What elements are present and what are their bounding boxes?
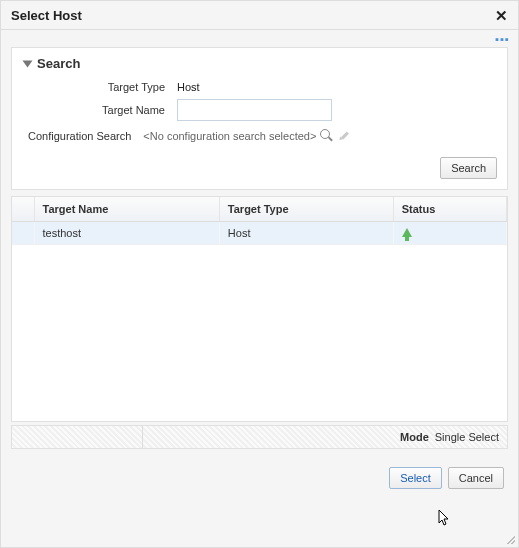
col-target-name[interactable]: Target Name xyxy=(34,197,219,222)
search-button[interactable]: Search xyxy=(440,157,497,179)
collapse-icon xyxy=(23,60,33,67)
col-status[interactable]: Status xyxy=(393,197,506,222)
dialog-titlebar: Select Host ✕ xyxy=(1,1,518,30)
col-target-type[interactable]: Target Type xyxy=(219,197,393,222)
resize-handle-icon[interactable] xyxy=(505,534,515,544)
dialog-title: Select Host xyxy=(11,8,82,23)
dialog-buttons: Select Cancel xyxy=(1,449,518,489)
select-host-dialog: Select Host ✕ ▪▪▪ Search Target Type Hos… xyxy=(0,0,519,548)
mode-bar: Mode Single Select xyxy=(11,425,508,449)
config-search-value: <No configuration search selected> xyxy=(143,130,316,142)
status-up-icon xyxy=(402,228,412,237)
config-search-label: Configuration Search xyxy=(28,130,131,142)
target-type-value: Host xyxy=(177,81,200,93)
close-icon[interactable]: ✕ xyxy=(495,8,508,23)
cell-target-name: testhost xyxy=(34,222,219,245)
target-name-label: Target Name xyxy=(22,104,177,116)
search-panel: Search Target Type Host Target Name Conf… xyxy=(11,47,508,190)
mouse-cursor-icon xyxy=(438,509,452,527)
results-table: Target Name Target Type Status testhost … xyxy=(11,196,508,422)
edit-icon[interactable] xyxy=(338,129,352,143)
target-name-input[interactable] xyxy=(177,99,332,121)
target-type-row: Target Type Host xyxy=(22,81,497,93)
search-title: Search xyxy=(37,56,80,71)
table-row[interactable]: testhost Host xyxy=(12,222,507,245)
cancel-button[interactable]: Cancel xyxy=(448,467,504,489)
table-header-row: Target Name Target Type Status xyxy=(12,197,507,222)
mode-value: Single Select xyxy=(435,431,499,443)
target-type-label: Target Type xyxy=(22,81,177,93)
row-selector-header xyxy=(12,197,34,222)
search-header[interactable]: Search xyxy=(22,56,497,71)
mode-label: Mode xyxy=(400,431,429,443)
select-button[interactable]: Select xyxy=(389,467,442,489)
row-selector-cell[interactable] xyxy=(12,222,34,245)
cell-status xyxy=(393,222,506,245)
search-icon[interactable] xyxy=(320,129,334,143)
panel-drag-handle[interactable]: ▪▪▪ xyxy=(1,30,518,45)
divider xyxy=(142,426,143,448)
cell-target-type: Host xyxy=(219,222,393,245)
config-search-row: Configuration Search <No configuration s… xyxy=(22,129,497,143)
target-name-row: Target Name xyxy=(22,99,497,121)
